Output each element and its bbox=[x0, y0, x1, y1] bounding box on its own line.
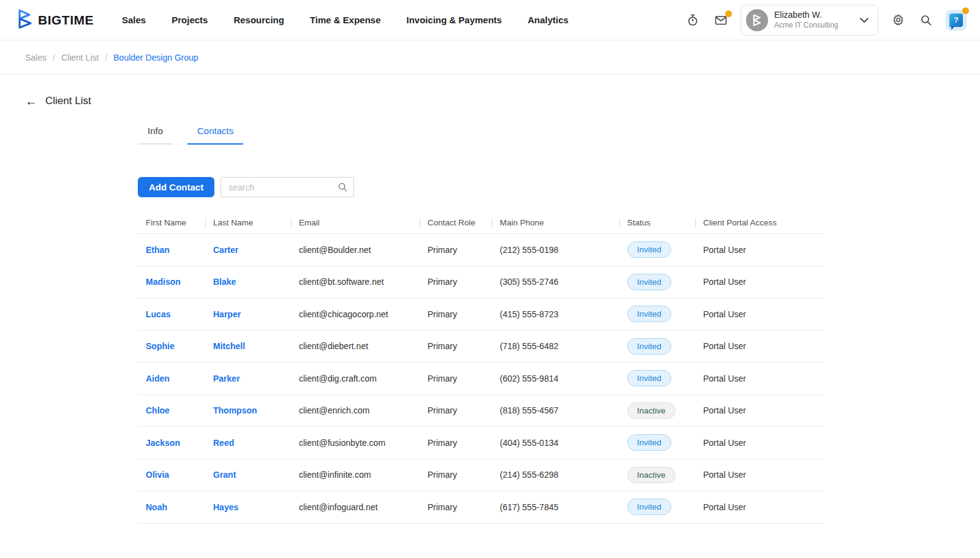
contact-last-name-link[interactable]: Hayes bbox=[213, 502, 238, 512]
contact-first-name-link[interactable]: Olivia bbox=[146, 470, 169, 480]
user-company: Acme IT Consulting bbox=[774, 21, 853, 30]
portal-access: Portal User bbox=[695, 341, 824, 351]
contact-phone: (617) 555-7845 bbox=[492, 502, 619, 512]
chevron-down-icon bbox=[859, 15, 869, 26]
contact-first-name-link[interactable]: Madison bbox=[146, 277, 181, 287]
col-header-main-phone: Main Phone bbox=[492, 212, 619, 233]
contact-email: client@Boulder.net bbox=[291, 245, 420, 255]
nav-invoicing-payments[interactable]: Invoicing & Payments bbox=[407, 15, 502, 25]
contact-email: client@chicagocorp.net bbox=[291, 309, 420, 319]
col-header-client-portal-access: Client Portal Access bbox=[695, 212, 824, 233]
portal-access: Portal User bbox=[695, 502, 824, 512]
contact-role: Primary bbox=[420, 245, 492, 255]
contact-first-name-link[interactable]: Noah bbox=[146, 502, 167, 512]
contact-role: Primary bbox=[420, 374, 492, 383]
table-row: Noah Hayes client@infoguard.net Primary … bbox=[138, 491, 824, 524]
breadcrumb-separator: / bbox=[105, 53, 107, 62]
col-header-last-name: Last Name bbox=[205, 212, 291, 233]
portal-access: Portal User bbox=[695, 470, 824, 480]
breadcrumb-current[interactable]: Boulder Design Group bbox=[113, 53, 198, 62]
contact-last-name-link[interactable]: Grant bbox=[213, 470, 236, 480]
contact-last-name-link[interactable]: Carter bbox=[213, 245, 238, 255]
portal-access: Portal User bbox=[695, 405, 824, 415]
status-badge: Invited bbox=[627, 434, 671, 451]
portal-access: Portal User bbox=[695, 374, 824, 383]
contact-phone: (818) 555-4567 bbox=[492, 405, 619, 415]
col-header-first-name: First Name bbox=[138, 212, 205, 233]
bigtime-logo-icon bbox=[17, 9, 33, 32]
status-badge: Inactive bbox=[627, 402, 676, 419]
contact-email: client@bt.software.net bbox=[291, 277, 420, 287]
contact-phone: (404) 555-0134 bbox=[492, 438, 619, 448]
bigtime-logo[interactable]: BIGTIME bbox=[17, 9, 94, 32]
search-icon[interactable] bbox=[918, 12, 935, 29]
table-row: Lucas Harper client@chicagocorp.net Prim… bbox=[138, 298, 824, 331]
brand-name: BIGTIME bbox=[38, 13, 94, 28]
contact-role: Primary bbox=[420, 502, 492, 512]
timer-icon[interactable] bbox=[684, 12, 701, 29]
contact-last-name-link[interactable]: Parker bbox=[213, 374, 240, 383]
col-header-status: Status bbox=[619, 212, 695, 233]
settings-gear-icon[interactable] bbox=[889, 12, 907, 29]
nav-analytics[interactable]: Analytics bbox=[527, 15, 568, 25]
contact-email: client@fusionbyte.com bbox=[291, 438, 420, 448]
account-switcher[interactable]: Elizabeth W. Acme IT Consulting bbox=[741, 5, 878, 36]
contacts-search-input[interactable] bbox=[221, 177, 354, 197]
back-arrow-icon[interactable]: ← bbox=[25, 95, 37, 107]
col-header-email: Email bbox=[291, 212, 420, 233]
portal-access: Portal User bbox=[695, 245, 824, 255]
help-notification-dot bbox=[962, 7, 969, 14]
main-menu: Sales Projects Resourcing Time & Expense… bbox=[122, 15, 684, 25]
nav-projects[interactable]: Projects bbox=[172, 15, 208, 25]
portal-access: Portal User bbox=[695, 277, 824, 287]
contact-phone: (602) 555-9814 bbox=[492, 374, 619, 383]
table-row: Sophie Mitchell client@diebert.net Prima… bbox=[138, 331, 824, 363]
tab-info[interactable]: Info bbox=[138, 121, 173, 145]
contact-phone: (718) 555-6482 bbox=[492, 341, 619, 351]
nav-resourcing[interactable]: Resourcing bbox=[233, 15, 284, 25]
help-question-mark: ? bbox=[954, 15, 959, 25]
nav-sales[interactable]: Sales bbox=[122, 15, 146, 25]
breadcrumb-client-list[interactable]: Client List bbox=[61, 53, 99, 62]
table-header-row: First Name Last Name Email Contact Role … bbox=[138, 212, 824, 234]
contact-email: client@infoguard.net bbox=[291, 502, 420, 512]
contact-email: client@dig.craft.com bbox=[291, 374, 420, 383]
contact-role: Primary bbox=[420, 277, 492, 287]
breadcrumb-sales[interactable]: Sales bbox=[25, 53, 47, 62]
contact-first-name-link[interactable]: Sophie bbox=[146, 341, 175, 351]
contact-first-name-link[interactable]: Chloe bbox=[146, 405, 170, 415]
contact-last-name-link[interactable]: Harper bbox=[213, 309, 241, 319]
tab-contacts[interactable]: Contacts bbox=[187, 121, 243, 145]
contact-last-name-link[interactable]: Blake bbox=[213, 277, 236, 287]
contact-first-name-link[interactable]: Aiden bbox=[146, 374, 170, 383]
search-input-icon bbox=[337, 182, 348, 195]
contacts-table: First Name Last Name Email Contact Role … bbox=[138, 212, 824, 524]
contact-first-name-link[interactable]: Jackson bbox=[146, 438, 180, 448]
contact-role: Primary bbox=[420, 309, 492, 319]
contact-last-name-link[interactable]: Reed bbox=[213, 438, 234, 448]
messages-icon[interactable] bbox=[712, 12, 729, 29]
portal-access: Portal User bbox=[695, 438, 824, 448]
help-chat-icon[interactable]: ? bbox=[946, 10, 967, 31]
table-body: Ethan Carter client@Boulder.net Primary … bbox=[138, 234, 824, 524]
contact-first-name-link[interactable]: Ethan bbox=[146, 245, 170, 255]
contact-email: client@diebert.net bbox=[291, 341, 420, 351]
status-badge: Invited bbox=[627, 306, 671, 322]
contact-last-name-link[interactable]: Thompson bbox=[213, 405, 257, 415]
user-name: Elizabeth W. bbox=[774, 10, 853, 21]
contact-first-name-link[interactable]: Lucas bbox=[146, 309, 170, 319]
status-badge: Invited bbox=[627, 241, 671, 258]
contact-role: Primary bbox=[420, 438, 492, 448]
contact-phone: (214) 555-6298 bbox=[492, 470, 619, 480]
contact-last-name-link[interactable]: Mitchell bbox=[213, 341, 245, 351]
add-contact-button[interactable]: Add Contact bbox=[138, 177, 214, 197]
table-row: Olivia Grant client@infinite.com Primary… bbox=[138, 459, 824, 492]
contact-phone: (305) 555-2746 bbox=[492, 277, 619, 287]
contact-phone: (415) 555-8723 bbox=[492, 309, 619, 319]
status-badge: Invited bbox=[627, 370, 671, 386]
status-badge: Invited bbox=[627, 338, 671, 355]
breadcrumb-separator: / bbox=[53, 53, 55, 62]
col-header-contact-role: Contact Role bbox=[420, 212, 492, 233]
client-tabs: Info Contacts bbox=[138, 121, 980, 145]
nav-time-expense[interactable]: Time & Expense bbox=[310, 15, 381, 25]
